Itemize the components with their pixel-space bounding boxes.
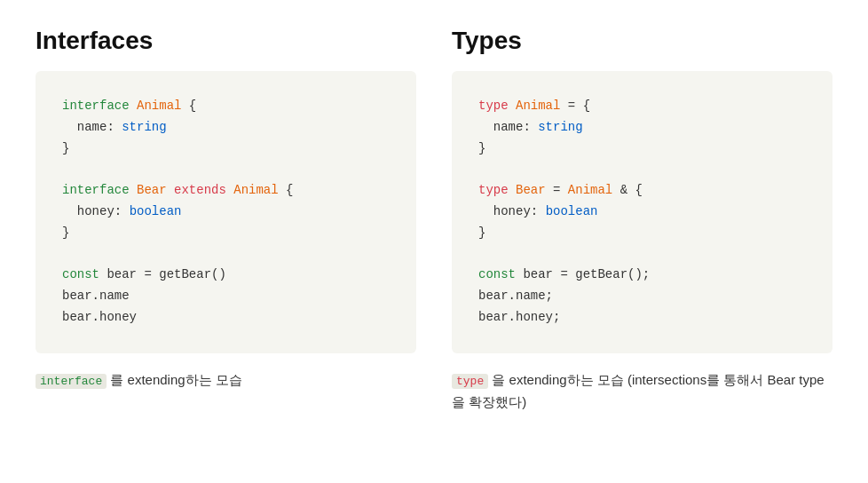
types-caption-badge: type	[452, 374, 488, 389]
types-heading: Types	[452, 27, 832, 55]
code-line: honey: boolean	[62, 202, 390, 223]
code-line: }	[478, 223, 806, 244]
interfaces-heading: Interfaces	[36, 27, 416, 55]
code-line	[62, 159, 390, 180]
interfaces-caption: interface 를 extending하는 모습	[36, 369, 416, 392]
code-line	[62, 244, 390, 265]
code-line: bear.name	[62, 286, 390, 307]
types-caption-text: 을 extending하는 모습 (intersections를 통해서 Bea…	[452, 372, 825, 409]
code-line: const bear = getBear();	[478, 265, 806, 286]
code-line	[478, 244, 806, 265]
code-line: type Animal = {	[478, 96, 806, 117]
types-column: Types type Animal = { name: string} type…	[452, 27, 832, 413]
code-line: bear.name;	[478, 286, 806, 307]
code-line: }	[62, 139, 390, 160]
interfaces-column: Interfaces interface Animal { name: stri…	[36, 27, 416, 413]
interfaces-caption-badge: interface	[36, 374, 107, 389]
types-caption: type 을 extending하는 모습 (intersections를 통해…	[452, 369, 832, 413]
interfaces-code-block: interface Animal { name: string} interfa…	[36, 71, 416, 353]
code-line: name: string	[62, 117, 390, 139]
interfaces-caption-text: 를 extending하는 모습	[107, 372, 242, 387]
code-line: name: string	[478, 117, 806, 139]
code-line: }	[478, 139, 806, 160]
code-line: type Bear = Animal & {	[478, 180, 806, 202]
code-line: interface Animal {	[62, 96, 390, 117]
code-line: }	[62, 223, 390, 244]
types-code-block: type Animal = { name: string} type Bear …	[452, 71, 832, 353]
code-line: bear.honey;	[478, 307, 806, 329]
code-line: bear.honey	[62, 307, 390, 329]
main-columns: Interfaces interface Animal { name: stri…	[36, 27, 832, 413]
code-line	[478, 159, 806, 180]
code-line: honey: boolean	[478, 202, 806, 223]
code-line: const bear = getBear()	[62, 265, 390, 286]
code-line: interface Bear extends Animal {	[62, 180, 390, 202]
